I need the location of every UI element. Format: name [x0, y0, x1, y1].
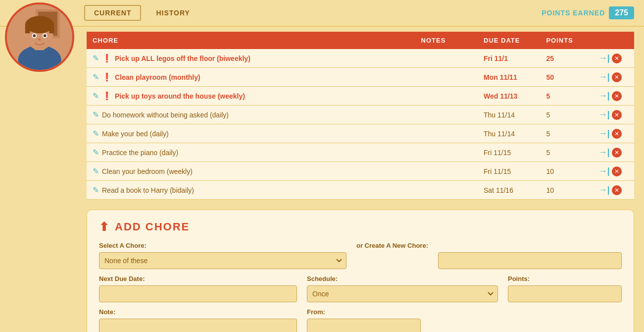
chore-cell: ✎ Make your bed (daily): [87, 124, 415, 143]
delete-icon[interactable]: ✕: [612, 148, 622, 158]
complete-icon[interactable]: →|: [598, 72, 610, 82]
chore-name: Clean playroom (monthly): [115, 73, 200, 81]
actions-cell: →| ✕: [593, 124, 634, 143]
complete-icon[interactable]: →|: [598, 128, 610, 139]
notes-cell: [415, 68, 478, 87]
svg-rect-7: [25, 24, 30, 33]
new-chore-input[interactable]: [438, 252, 622, 269]
table-row: ✎ Clean your bedroom (weekly) Fri 11/15 …: [87, 162, 634, 181]
notes-cell: [415, 49, 478, 68]
due-date-cell: Fri 11/15: [478, 162, 540, 181]
chore-cell: ✎ Read a book to Harry (bidaily): [87, 181, 415, 200]
actions-cell: →| ✕: [593, 106, 634, 124]
delete-icon[interactable]: ✕: [612, 185, 622, 195]
pencil-icon[interactable]: ✎: [93, 166, 99, 176]
schedule-group: Schedule: OnceDailyBidailyWeeklyBiweekly…: [307, 275, 498, 302]
pencil-icon[interactable]: ✎: [93, 110, 99, 119]
points-label: Points:: [508, 275, 622, 282]
complete-icon[interactable]: →|: [598, 166, 610, 176]
chore-table: CHORE NOTES DUE DATE POINTS ✎ ❗ Pick up …: [87, 32, 634, 200]
chore-name: Pick up toys around the house (weekly): [115, 92, 245, 100]
delete-icon[interactable]: ✕: [612, 110, 622, 120]
table-row: ✎ ❗ Clean playroom (monthly) Mon 11/11 5…: [87, 68, 634, 87]
points-cell: 5: [540, 87, 592, 106]
delete-icon[interactable]: ✕: [612, 54, 622, 63]
due-date-label: Next Due Date:: [99, 275, 297, 282]
notes-cell: [415, 143, 478, 162]
points-cell: 10: [540, 181, 592, 200]
tab-history[interactable]: HISTORY: [151, 6, 195, 20]
form-row-schedule: Next Due Date: 2013-11-14 Schedule: Once…: [99, 275, 622, 302]
or-label: or Create A New Chore:: [356, 242, 428, 253]
table-row: ✎ Practice the piano (daily) Fri 11/15 5…: [87, 143, 634, 162]
due-date-group: Next Due Date: 2013-11-14: [99, 275, 297, 302]
due-date-cell: Sat 11/16: [478, 181, 540, 200]
chore-name: Make your bed (daily): [102, 130, 169, 138]
table-row: ✎ Make your bed (daily) Thu 11/14 5 →| ✕: [87, 124, 634, 143]
actions-cell: →| ✕: [593, 162, 634, 181]
svg-point-13: [38, 39, 41, 41]
svg-point-12: [44, 34, 47, 37]
add-chore-section: ⬆ ADD CHORE Select A Chore: None of thes…: [87, 210, 634, 332]
due-date-cell: Fri 11/1: [478, 49, 540, 68]
col-header-notes: NOTES: [415, 32, 478, 49]
from-label: From:: [307, 308, 421, 316]
due-date-cell: Thu 11/14: [478, 106, 540, 124]
points-cell: 25: [540, 49, 592, 68]
chore-select-dropdown[interactable]: None of thesePick up ALL legos off the f…: [99, 252, 347, 269]
chore-name: Pick up ALL legos off the floor (biweekl…: [115, 55, 250, 62]
table-row: ✎ ❗ Pick up ALL legos off the floor (biw…: [87, 49, 634, 68]
table-row: ✎ ❗ Pick up toys around the house (weekl…: [87, 87, 634, 106]
avatar-image: [7, 4, 72, 70]
col-header-points: POINTS: [540, 32, 592, 49]
notes-cell: [415, 181, 478, 200]
delete-icon[interactable]: ✕: [612, 72, 622, 82]
chore-cell: ✎ ❗ Pick up toys around the house (weekl…: [87, 87, 415, 106]
schedule-select[interactable]: OnceDailyBidailyWeeklyBiweeklyMonthly: [307, 285, 498, 302]
pencil-icon[interactable]: ✎: [93, 72, 99, 82]
chore-cell: ✎ ❗ Pick up ALL legos off the floor (biw…: [87, 49, 415, 68]
pencil-icon[interactable]: ✎: [93, 148, 99, 157]
pencil-icon[interactable]: ✎: [93, 54, 99, 63]
notes-cell: [415, 162, 478, 181]
due-date-cell: Thu 11/14: [478, 124, 540, 143]
points-input[interactable]: 5: [508, 285, 622, 302]
col-header-chore: CHORE: [87, 32, 415, 49]
delete-icon[interactable]: ✕: [612, 166, 622, 176]
chore-cell: ✎ Practice the piano (daily): [87, 143, 415, 162]
delete-icon[interactable]: ✕: [612, 129, 622, 139]
table-row: ✎ Do homework without being asked (daily…: [87, 106, 634, 124]
points-earned-label: POINTS EARNED: [542, 9, 605, 17]
chore-name: Clean your bedroom (weekly): [102, 167, 193, 175]
add-chore-heading: ADD CHORE: [115, 221, 190, 233]
complete-icon[interactable]: →|: [598, 53, 610, 63]
points-cell: 10: [540, 162, 592, 181]
complete-icon[interactable]: →|: [598, 147, 610, 158]
complete-icon[interactable]: →|: [598, 185, 610, 195]
chore-name: Read a book to Harry (bidaily): [102, 186, 194, 194]
actions-cell: →| ✕: [593, 143, 634, 162]
due-date-cell: Wed 11/13: [478, 87, 540, 106]
main-content: CHORE NOTES DUE DATE POINTS ✎ ❗ Pick up …: [0, 27, 644, 332]
pencil-icon[interactable]: ✎: [93, 129, 99, 138]
pencil-icon[interactable]: ✎: [93, 91, 99, 101]
nav-tabs: CURRENT HISTORY: [84, 5, 542, 21]
add-chore-icon: ⬆: [99, 220, 110, 234]
note-label: Note:: [99, 308, 297, 316]
tab-current[interactable]: CURRENT: [84, 5, 141, 21]
due-date-cell: Fri 11/15: [478, 143, 540, 162]
complete-icon[interactable]: →|: [598, 91, 610, 101]
table-header-row: CHORE NOTES DUE DATE POINTS: [87, 32, 634, 49]
schedule-label: Schedule:: [307, 275, 498, 282]
points-cell: 5: [540, 124, 592, 143]
complete-icon[interactable]: →|: [598, 110, 610, 120]
due-date-input[interactable]: 2013-11-14: [99, 285, 297, 302]
pencil-icon[interactable]: ✎: [93, 185, 99, 195]
col-header-actions: [593, 32, 634, 49]
new-chore-group: placeholder: [438, 242, 622, 269]
warning-icon: ❗: [102, 72, 112, 82]
from-input[interactable]: [307, 319, 421, 332]
note-input[interactable]: [99, 319, 297, 332]
delete-icon[interactable]: ✕: [612, 91, 622, 101]
col-header-due: DUE DATE: [478, 32, 540, 49]
